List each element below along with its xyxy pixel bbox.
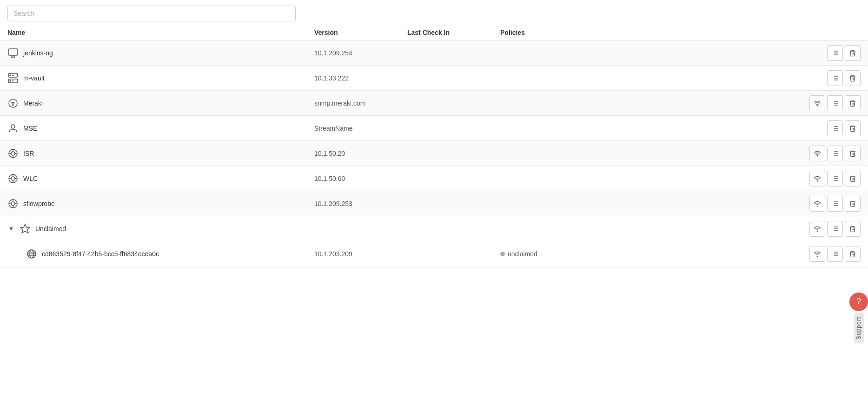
svg-point-21 [13, 105, 13, 106]
row-actions [786, 45, 861, 61]
support-tab[interactable]: ? Support [849, 293, 868, 343]
table-row: m-vault10.1.33.222 [0, 66, 868, 91]
svg-point-76 [817, 231, 817, 231]
device-name: cd863529-8f47-42b5-bcc5-ff6834ecea0c [42, 250, 159, 258]
wifi-button[interactable] [809, 171, 825, 186]
list-button[interactable] [827, 221, 843, 237]
svg-point-11 [10, 80, 11, 81]
person-icon [7, 123, 19, 134]
delete-button[interactable] [845, 70, 861, 86]
svg-point-55 [817, 180, 817, 181]
row-name-cell: Meraki [7, 98, 314, 109]
list-button[interactable] [827, 246, 843, 262]
row-address: 10.1.33.222 [314, 74, 407, 82]
device-name: WLC [23, 175, 38, 182]
router-icon [7, 198, 19, 209]
list-button[interactable] [827, 95, 843, 111]
wifi-button[interactable] [809, 221, 825, 237]
svg-point-37 [11, 152, 15, 155]
row-actions [786, 120, 861, 136]
policies-text: unclaimed [508, 250, 537, 258]
row-name-cell: WLC [7, 173, 314, 184]
wifi-button[interactable] [809, 246, 825, 262]
search-wrapper [0, 0, 868, 25]
support-circle-icon[interactable]: ? [849, 293, 868, 311]
table-body: jenkins-ng10.1.209.254 m-vault10.1.33.22… [0, 40, 868, 266]
svg-point-68 [817, 206, 817, 206]
wifi-button[interactable] [809, 196, 825, 212]
table-row: ▼ Unclaimed [0, 216, 868, 241]
table-row: jenkins-ng10.1.209.254 [0, 40, 868, 66]
header-version: Version [314, 29, 407, 36]
table-row: ISR10.1.50.20 [0, 141, 868, 166]
support-question-mark: ? [856, 297, 861, 306]
server-icon [7, 73, 19, 84]
table-row: Merakisnmp.meraki.com [0, 91, 868, 116]
main-container: Name Version Last Check In Policies jenk… [0, 0, 868, 399]
wifi-cloud-icon [7, 98, 19, 109]
row-address: snmp.meraki.com [314, 100, 407, 107]
svg-point-88 [817, 256, 817, 256]
row-name-cell: jenkins-ng [7, 47, 314, 59]
globe-icon [26, 248, 37, 259]
list-button[interactable] [827, 45, 843, 61]
svg-point-29 [11, 125, 15, 128]
svg-point-50 [11, 177, 15, 180]
delete-button[interactable] [845, 171, 861, 186]
row-actions [786, 70, 861, 86]
device-name: m-vault [23, 74, 45, 82]
list-button[interactable] [827, 70, 843, 86]
monitor-icon [7, 47, 19, 59]
row-actions [786, 171, 861, 186]
delete-button[interactable] [845, 146, 861, 161]
svg-point-42 [817, 155, 817, 156]
list-button[interactable] [827, 146, 843, 161]
wifi-button[interactable] [809, 146, 825, 161]
row-address: StreamName [314, 125, 407, 132]
router-icon [7, 148, 19, 159]
device-name: jenkins-ng [23, 49, 53, 57]
list-button[interactable] [827, 196, 843, 212]
device-name: Meraki [23, 100, 43, 107]
row-address: 10.1.50.20 [314, 150, 407, 157]
table-row: WLC10.1.50.60 [0, 166, 868, 191]
table-header: Name Version Last Check In Policies [0, 25, 868, 40]
device-name: sflowprobe [23, 200, 55, 207]
list-button[interactable] [827, 171, 843, 186]
device-name: Unclaimed [35, 225, 66, 233]
device-name: MSE [23, 125, 37, 132]
router-icon [7, 173, 19, 184]
expand-icon[interactable]: ▼ [7, 225, 15, 233]
delete-button[interactable] [845, 196, 861, 212]
support-label[interactable]: Support [854, 313, 864, 343]
search-input[interactable] [7, 6, 296, 21]
row-name-cell: ▼ Unclaimed [7, 223, 314, 234]
row-name-cell: m-vault [7, 73, 314, 84]
status-dot [500, 252, 505, 256]
row-actions [786, 95, 861, 111]
delete-button[interactable] [845, 221, 861, 237]
delete-button[interactable] [845, 95, 861, 111]
row-address: 10.1.209.254 [314, 49, 407, 57]
row-address: 10.1.203.209 [314, 250, 407, 258]
svg-point-22 [817, 105, 817, 106]
row-name-cell: cd863529-8f47-42b5-bcc5-ff6834ecea0c [7, 248, 314, 259]
row-policies: unclaimed [500, 250, 786, 258]
list-button[interactable] [827, 120, 843, 136]
svg-point-63 [11, 202, 15, 206]
delete-button[interactable] [845, 246, 861, 262]
wifi-button[interactable] [809, 95, 825, 111]
row-actions [786, 246, 861, 262]
row-actions [786, 196, 861, 212]
star-icon [20, 223, 31, 234]
delete-button[interactable] [845, 45, 861, 61]
row-name-cell: ISR [7, 148, 314, 159]
row-name-cell: sflowprobe [7, 198, 314, 209]
header-lastcheckin: Last Check In [407, 29, 500, 36]
row-name-cell: MSE [7, 123, 314, 134]
row-address: 10.1.209.253 [314, 200, 407, 207]
svg-point-20 [9, 99, 17, 107]
device-name: ISR [23, 150, 34, 157]
svg-point-10 [10, 75, 11, 76]
delete-button[interactable] [845, 120, 861, 136]
